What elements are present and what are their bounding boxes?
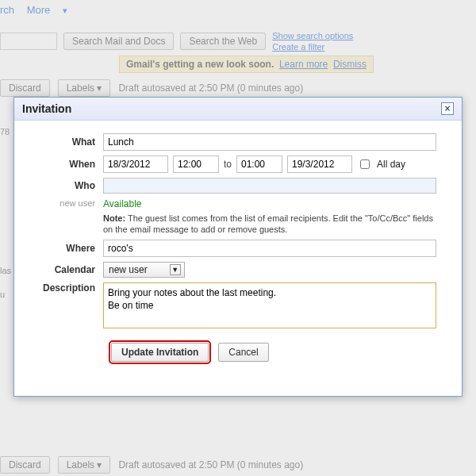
note-bold: Note: <box>103 213 125 223</box>
banner-dismiss-link[interactable]: Dismiss <box>333 59 367 70</box>
discard-button[interactable]: Discard <box>0 79 50 97</box>
what-label: What <box>27 136 103 148</box>
sidebar-fragment-2: las <box>0 266 11 275</box>
nav-search-fragment[interactable]: rch <box>0 4 14 16</box>
labels-button-2[interactable]: Labels ▾ <box>58 456 111 474</box>
banner-learn-more-link[interactable]: Learn more <box>279 59 328 70</box>
end-date-input[interactable] <box>287 155 352 173</box>
dialog-title: Invitation <box>22 102 71 115</box>
start-time-input[interactable] <box>173 155 219 173</box>
close-icon[interactable]: × <box>441 102 454 115</box>
nav-more[interactable]: More ▾ <box>27 4 67 16</box>
note-text: The guest list comes from the list of em… <box>103 213 433 234</box>
invitation-dialog: Invitation × What When to All day Who <box>13 97 463 397</box>
guest-note: Note: The guest list comes from the list… <box>103 213 449 235</box>
search-web-button[interactable]: Search the Web <box>180 33 266 50</box>
labels-button[interactable]: Labels ▾ <box>58 79 111 97</box>
search-row: Search Mail and Docs Search the Web Show… <box>0 30 353 52</box>
dialog-header: Invitation × <box>14 98 462 121</box>
top-nav: rch More ▾ <box>0 4 77 16</box>
all-day-checkbox[interactable] <box>360 159 370 169</box>
create-filter-link[interactable]: Create a filter <box>272 41 353 52</box>
when-label: When <box>27 159 103 170</box>
chevron-down-icon: ▼ <box>170 264 181 275</box>
autosave-text: Draft autosaved at 2:50 PM (0 minutes ag… <box>118 83 303 94</box>
to-label: to <box>224 159 232 170</box>
end-time-input[interactable] <box>236 155 282 173</box>
discard-button-2[interactable]: Discard <box>0 456 50 474</box>
all-day-label: All day <box>377 159 405 170</box>
who-label: Who <box>27 180 103 191</box>
search-input[interactable] <box>0 33 57 50</box>
new-user-label: new user <box>27 198 103 209</box>
availability-text: Available <box>103 198 141 209</box>
autosave-text-2: Draft autosaved at 2:50 PM (0 minutes ag… <box>118 459 303 470</box>
who-input[interactable] <box>103 178 436 194</box>
description-label: Description <box>27 282 103 294</box>
new-look-banner: Gmail's getting a new look soon. Learn m… <box>119 56 374 73</box>
search-links: Show search options Create a filter <box>272 30 353 52</box>
start-date-input[interactable] <box>103 155 168 173</box>
dialog-button-row: Update Invitation Cancel <box>111 343 449 362</box>
update-invitation-button[interactable]: Update Invitation <box>111 343 209 362</box>
calendar-value: new user <box>109 264 148 275</box>
cancel-button[interactable]: Cancel <box>218 343 268 362</box>
calendar-label: Calendar <box>27 264 103 275</box>
show-search-options-link[interactable]: Show search options <box>272 30 353 41</box>
sidebar-fragment-1: 78 <box>0 127 10 136</box>
calendar-select[interactable]: new user ▼ <box>103 262 185 278</box>
banner-text: Gmail's getting a new look soon. <box>126 59 274 70</box>
search-mail-docs-button[interactable]: Search Mail and Docs <box>63 33 174 50</box>
where-label: Where <box>27 243 103 254</box>
what-input[interactable] <box>103 133 436 151</box>
where-input[interactable] <box>103 240 436 257</box>
sidebar-fragment-3: u <box>0 290 5 299</box>
compose-toolbar: Discard Labels ▾ Draft autosaved at 2:50… <box>0 79 303 97</box>
compose-toolbar-bottom: Discard Labels ▾ Draft autosaved at 2:50… <box>0 456 303 474</box>
dialog-body: What When to All day Who new <box>14 121 462 371</box>
description-textarea[interactable] <box>103 282 436 328</box>
